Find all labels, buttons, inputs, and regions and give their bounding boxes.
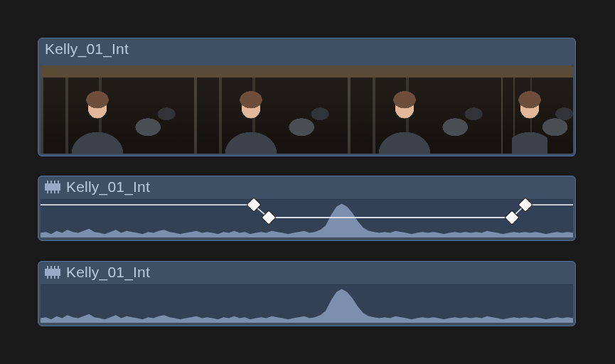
clip-title: Kelly_01_Int [45, 264, 150, 281]
video-thumbnail [194, 65, 348, 154]
video-thumbnail [41, 65, 194, 154]
video-thumbnail [348, 65, 501, 154]
audio-body [41, 199, 573, 238]
timeline-video-clip[interactable]: Kelly_01_Int [38, 38, 576, 156]
timeline-audio-clip[interactable]: Kelly_01_Int [38, 261, 576, 326]
timeline-audio-clip[interactable]: Kelly_01_Int [38, 176, 576, 241]
audio-waveform [41, 285, 573, 323]
audio-body [41, 284, 573, 323]
clip-title: Kelly_01_Int [45, 178, 150, 196]
clip-title-text: Kelly_01_Int [66, 264, 150, 281]
video-thumbnail [501, 65, 573, 154]
filmstrip-icon [45, 181, 60, 193]
clip-title-text: Kelly_01_Int [45, 41, 129, 58]
clip-title-text: Kelly_01_Int [66, 178, 150, 196]
audio-waveform [41, 200, 573, 238]
video-thumbnail-strip [41, 65, 573, 154]
clip-title: Kelly_01_Int [45, 41, 129, 58]
filmstrip-icon [45, 266, 60, 279]
